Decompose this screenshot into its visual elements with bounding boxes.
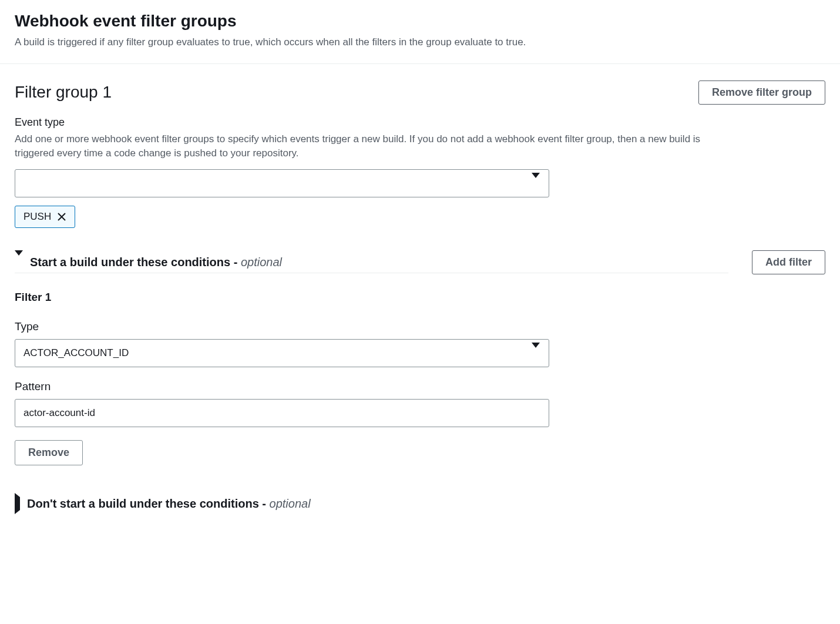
filter-title: Filter 1: [15, 291, 825, 304]
event-type-token[interactable]: PUSH: [15, 206, 75, 228]
optional-label: optional: [241, 256, 282, 269]
type-select[interactable]: [15, 339, 549, 367]
filter-group-header: Filter group 1 Remove filter group: [15, 80, 825, 105]
event-type-label: Event type: [15, 116, 825, 129]
dont-start-conditions-row: Don't start a build under these conditio…: [15, 494, 825, 514]
type-label: Type: [15, 320, 549, 333]
filter-group-title: Filter group 1: [15, 83, 112, 102]
type-field: Type: [15, 320, 549, 367]
add-filter-button[interactable]: Add filter: [752, 250, 825, 274]
close-icon[interactable]: [57, 212, 66, 222]
dont-start-conditions-header[interactable]: Don't start a build under these conditio…: [15, 494, 802, 514]
remove-filter-group-button[interactable]: Remove filter group: [698, 80, 825, 105]
pattern-input[interactable]: [15, 399, 549, 427]
dont-start-conditions-title: Don't start a build under these conditio…: [27, 497, 270, 510]
token-label: PUSH: [23, 211, 51, 223]
remove-filter-button[interactable]: Remove: [15, 440, 83, 465]
start-conditions-title: Start a build under these conditions -: [30, 256, 241, 269]
event-type-tokens: PUSH: [15, 206, 825, 228]
event-type-select[interactable]: [15, 169, 549, 197]
caret-down-icon: [15, 256, 23, 269]
divider: [0, 63, 840, 64]
start-conditions-content: Filter 1 Type Pattern Remove: [15, 291, 825, 465]
event-type-section: Event type Add one or more webhook event…: [15, 116, 825, 228]
page-subtitle: A build is triggered if any filter group…: [15, 35, 825, 49]
start-conditions-header[interactable]: Start a build under these conditions - o…: [15, 252, 728, 273]
start-conditions-row: Start a build under these conditions - o…: [15, 250, 825, 274]
optional-label: optional: [270, 497, 311, 510]
pattern-label: Pattern: [15, 380, 549, 393]
page-title: Webhook event filter groups: [15, 12, 825, 31]
pattern-field: Pattern: [15, 380, 549, 427]
event-type-description: Add one or more webhook event filter gro…: [15, 132, 720, 161]
event-type-select-wrapper: [15, 169, 549, 197]
caret-right-icon: [15, 497, 20, 511]
